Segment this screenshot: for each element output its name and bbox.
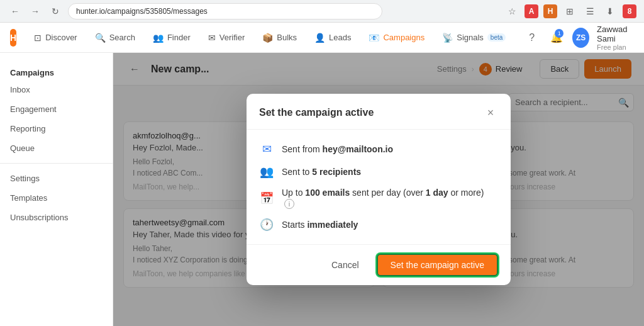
ext-icon-red[interactable]: A xyxy=(525,4,538,18)
help-button[interactable]: ? xyxy=(523,28,540,48)
sent-from-text: Sent from hey@mailtoon.io xyxy=(282,144,393,154)
ext-icon-download[interactable]: ⬇ xyxy=(602,4,618,19)
starts-time: immediately xyxy=(307,220,358,230)
forward-nav-button[interactable]: → xyxy=(28,4,43,19)
emails-count: 100 emails xyxy=(305,188,350,198)
content-area: ← New camp... Settings › 4 Review Back L… xyxy=(113,53,644,326)
sent-from-email: hey@mailtoon.io xyxy=(323,144,393,154)
avatar: ZS xyxy=(572,28,589,48)
verifier-icon: ✉ xyxy=(208,33,216,43)
modal-row-starts: 🕐 Starts immediately xyxy=(259,218,498,232)
campaigns-icon: 📧 xyxy=(369,33,379,43)
modal-close-button[interactable]: × xyxy=(483,105,498,120)
sent-from-icon: ✉ xyxy=(259,142,274,156)
user-name: Zawwad Sami xyxy=(597,25,640,43)
recipients-icon: 👥 xyxy=(259,165,274,179)
nav-item-finder[interactable]: 👥 Finder xyxy=(145,29,198,47)
discover-icon: ⊡ xyxy=(34,33,42,43)
notifications-button[interactable]: 🔔 1 xyxy=(548,28,565,48)
starts-text: Starts immediately xyxy=(282,220,358,230)
sidebar-item-reporting[interactable]: Reporting xyxy=(0,119,113,138)
leads-icon: 👤 xyxy=(314,33,325,43)
sidebar-item-queue[interactable]: Queue xyxy=(0,138,113,158)
address-bar[interactable]: hunter.io/campaigns/535805/messages xyxy=(68,3,382,20)
app-logo: H xyxy=(10,29,16,47)
info-icon[interactable]: i xyxy=(284,199,294,209)
app-header: H ⊡ Discover 🔍 Search 👥 Finder ✉ Verifie… xyxy=(0,23,644,53)
modal-row-recipients: 👥 Sent to 5 recipients xyxy=(259,165,498,179)
nav-item-search[interactable]: 🔍 Search xyxy=(87,29,143,47)
days-count: 1 day xyxy=(426,188,448,198)
recipients-count: 5 recipients xyxy=(312,167,361,177)
refresh-nav-button[interactable]: ↻ xyxy=(48,4,63,19)
emails-per-day-text: Up to 100 emails sent per day (over 1 da… xyxy=(282,188,498,208)
bookmark-icon[interactable]: ☆ xyxy=(504,4,519,19)
sidebar-item-unsubscriptions[interactable]: Unsubscriptions xyxy=(0,208,113,227)
beta-badge: beta xyxy=(487,33,506,42)
ext-icon-orange[interactable]: H xyxy=(543,4,557,18)
modal-footer: Cancel Set the campaign active xyxy=(247,244,511,285)
browser-bar: ← → ↻ hunter.io/campaigns/535805/message… xyxy=(0,0,644,23)
sidebar-item-inbox[interactable]: Inbox xyxy=(0,80,113,99)
calendar-icon: 📅 xyxy=(259,191,274,205)
nav-item-signals[interactable]: 📡 Signals beta xyxy=(435,29,513,47)
signals-icon: 📡 xyxy=(442,33,453,43)
modal-row-sent-from: ✉ Sent from hey@mailtoon.io xyxy=(259,142,498,156)
notification-badge: 1 xyxy=(555,29,564,38)
nav-item-campaigns[interactable]: 📧 Campaigns xyxy=(361,29,432,47)
back-nav-button[interactable]: ← xyxy=(8,4,23,19)
ext-badge-count[interactable]: 8 xyxy=(623,4,636,18)
modal-header: Set the campaign active × xyxy=(247,94,511,130)
nav-item-verifier[interactable]: ✉ Verifier xyxy=(201,29,252,47)
modal-body: ✉ Sent from hey@mailtoon.io 👥 Sent to 5 … xyxy=(247,130,511,244)
recipients-text: Sent to 5 recipients xyxy=(282,167,361,177)
finder-icon: 👥 xyxy=(153,33,164,43)
modal-overlay: Set the campaign active × ✉ Sent from he… xyxy=(113,53,644,326)
nav-item-leads[interactable]: 👤 Leads xyxy=(307,29,358,47)
main-layout: Campaigns Inbox Engagement Reporting Que… xyxy=(0,53,644,326)
sidebar-item-settings[interactable]: Settings xyxy=(0,169,113,188)
header-right: ? 🔔 1 ZS Zawwad Sami Free plan ▾ xyxy=(523,25,644,51)
cancel-button[interactable]: Cancel xyxy=(321,255,369,275)
sidebar-item-templates[interactable]: Templates xyxy=(0,188,113,208)
campaign-active-modal: Set the campaign active × ✉ Sent from he… xyxy=(247,94,511,284)
url-text: hunter.io/campaigns/535805/messages xyxy=(76,7,208,16)
set-campaign-active-button[interactable]: Set the campaign active xyxy=(377,254,498,276)
user-info: Zawwad Sami Free plan xyxy=(597,25,640,51)
sidebar-section-title: Campaigns xyxy=(0,63,113,80)
bulks-icon: 📦 xyxy=(262,33,273,43)
main-nav: ⊡ Discover 🔍 Search 👥 Finder ✉ Verifier … xyxy=(26,29,513,47)
nav-item-discover[interactable]: ⊡ Discover xyxy=(26,29,85,47)
nav-item-bulks[interactable]: 📦 Bulks xyxy=(255,29,304,47)
modal-title: Set the campaign active xyxy=(259,107,374,118)
user-plan: Free plan xyxy=(597,43,640,51)
modal-row-emails-per-day: 📅 Up to 100 emails sent per day (over 1 … xyxy=(259,188,498,208)
clock-icon: 🕐 xyxy=(259,218,274,232)
sidebar-item-engagement[interactable]: Engagement xyxy=(0,99,113,119)
browser-icons: ☆ A H ⊞ ☰ ⬇ 8 xyxy=(504,4,636,19)
sidebar-divider xyxy=(0,163,113,164)
ext-icon-list[interactable]: ☰ xyxy=(582,4,597,19)
sidebar: Campaigns Inbox Engagement Reporting Que… xyxy=(0,53,113,326)
ext-icon-grid[interactable]: ⊞ xyxy=(562,4,577,19)
search-nav-icon: 🔍 xyxy=(95,33,106,43)
